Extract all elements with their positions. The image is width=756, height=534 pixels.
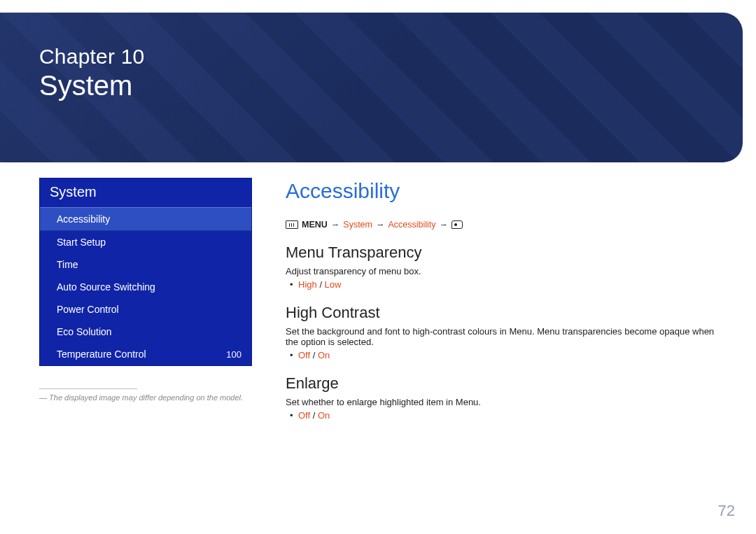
menu-item-power-control[interactable]: Power Control (40, 298, 251, 321)
menu-item-start-setup[interactable]: Start Setup (40, 231, 251, 253)
breadcrumb: III MENU → System → Accessibility → (286, 220, 717, 230)
option-low: Low (325, 279, 342, 290)
menu-item-auto-source-switching[interactable]: Auto Source Switching (40, 276, 251, 298)
section-high-contrast: High Contrast Set the background and fon… (286, 304, 717, 360)
chapter-title: System (39, 70, 743, 101)
menu-item-time[interactable]: Time (40, 253, 251, 276)
menu-item-label: Power Control (57, 304, 119, 315)
menu-panel-title: System (40, 178, 251, 207)
content: Accessibility III MENU → System → Access… (286, 178, 717, 435)
divider (39, 388, 137, 389)
menu-item-value: 100 (226, 349, 241, 360)
page-title: Accessibility (286, 179, 717, 203)
section-heading: Menu Transparency (286, 244, 717, 262)
section-heading: High Contrast (286, 304, 717, 322)
menu-item-label: Time (57, 259, 78, 270)
chapter-number: Chapter 10 (39, 45, 743, 69)
page-number: 72 (718, 502, 735, 520)
section-options: High / Low (286, 279, 717, 290)
menu-item-label: Start Setup (57, 237, 106, 248)
section-body: Set the background and font to high-cont… (286, 326, 717, 347)
section-enlarge: Enlarge Set whether to enlarge highlight… (286, 374, 717, 421)
section-options: Off / On (286, 410, 717, 421)
option-on: On (318, 410, 330, 421)
option-on: On (318, 350, 330, 360)
menu-item-accessibility[interactable]: Accessibility (40, 207, 251, 231)
option-off: Off (298, 410, 310, 421)
arrow-icon: → (376, 220, 385, 230)
menu-item-label: Auto Source Switching (57, 281, 155, 293)
arrow-icon: → (331, 220, 340, 230)
menu-item-label: Temperature Control (57, 349, 146, 360)
section-body: Set whether to enlarge highlighted item … (286, 397, 717, 407)
sidebar-note: ― The displayed image may differ dependi… (39, 393, 252, 402)
enter-icon (451, 220, 463, 229)
section-body: Adjust transparency of menu box. (286, 266, 717, 276)
option-off: Off (298, 350, 310, 360)
section-heading: Enlarge (286, 374, 717, 393)
breadcrumb-accessibility: Accessibility (388, 220, 436, 230)
menu-item-label: Eco Solution (57, 326, 112, 337)
breadcrumb-menu-label: MENU (302, 220, 328, 230)
option-high: High (298, 279, 317, 290)
arrow-icon: → (440, 220, 449, 230)
sidebar: System Accessibility Start Setup Time Au… (39, 178, 252, 435)
menu-item-label: Accessibility (57, 213, 110, 225)
menu-item-temperature-control[interactable]: Temperature Control 100 (40, 343, 251, 365)
chapter-header: Chapter 10 System (0, 13, 743, 162)
section-options: Off / On (286, 350, 717, 360)
breadcrumb-system: System (343, 220, 372, 230)
menu-icon: III (286, 220, 298, 229)
menu-panel: System Accessibility Start Setup Time Au… (39, 178, 252, 366)
menu-item-eco-solution[interactable]: Eco Solution (40, 321, 251, 343)
section-menu-transparency: Menu Transparency Adjust transparency of… (286, 244, 717, 290)
